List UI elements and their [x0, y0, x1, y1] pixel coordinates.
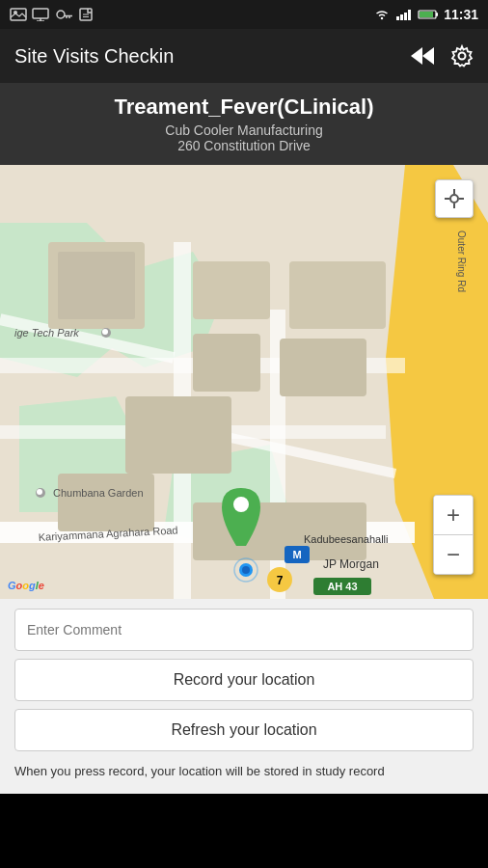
svg-rect-41 [280, 339, 366, 396]
status-time: 11:31 [444, 7, 478, 22]
svg-rect-39 [125, 396, 231, 474]
google-logo: Google [8, 580, 44, 591]
settings-button[interactable] [450, 44, 474, 68]
svg-rect-2 [33, 9, 48, 18]
svg-text:7: 7 [277, 574, 284, 587]
map-container[interactable]: AH 43 7 M ige Tech Park JP Morgan AH 43 … [0, 165, 488, 599]
svg-rect-42 [58, 474, 154, 531]
svg-point-5 [57, 11, 65, 18]
svg-marker-19 [411, 47, 422, 65]
hint-text: When you press record, your location wil… [14, 759, 474, 784]
svg-rect-17 [436, 13, 438, 16]
title-bar-actions [409, 44, 474, 68]
svg-point-69 [450, 195, 458, 203]
app-title: Site Visits Checkin [14, 45, 174, 68]
svg-rect-18 [420, 12, 433, 17]
zoom-in-button[interactable]: + [434, 496, 473, 534]
svg-rect-36 [58, 252, 135, 319]
battery-icon [418, 9, 439, 20]
site-company: Cub Cooler Manufacturing [10, 122, 478, 138]
map-svg: AH 43 7 M ige Tech Park JP Morgan AH 43 … [0, 165, 488, 599]
svg-point-58 [102, 329, 108, 335]
map-location-button[interactable] [435, 179, 474, 218]
bottom-controls: Record your location Refresh your locati… [0, 599, 488, 794]
svg-rect-38 [193, 334, 260, 392]
back-button[interactable] [409, 45, 436, 67]
monitor-icon [32, 8, 49, 21]
crosshair-icon [444, 188, 465, 209]
svg-text:Chumbana Garden: Chumbana Garden [53, 487, 144, 499]
gear-icon [450, 44, 474, 68]
site-info: Treament_Fever(CLinical) Cub Cooler Manu… [0, 83, 488, 165]
svg-point-65 [37, 489, 42, 495]
svg-point-52 [233, 497, 249, 512]
svg-text:M: M [292, 549, 301, 560]
svg-text:ige Tech Park: ige Tech Park [14, 327, 79, 339]
status-right: 11:31 [373, 7, 478, 22]
svg-text:AH 43: AH 43 [327, 581, 357, 592]
record-location-button[interactable]: Record your location [14, 659, 474, 701]
refresh-location-button[interactable]: Refresh your location [14, 709, 474, 751]
svg-text:Outer Ring Rd: Outer Ring Rd [456, 231, 467, 292]
svg-rect-13 [400, 14, 403, 20]
map-zoom-controls: + − [433, 495, 474, 575]
rewind-icon [409, 45, 436, 67]
site-address: 260 Constitution Drive [10, 138, 478, 153]
svg-rect-14 [404, 13, 407, 20]
key-icon [54, 8, 73, 21]
svg-rect-37 [193, 261, 270, 319]
svg-rect-12 [396, 16, 399, 20]
svg-marker-20 [422, 47, 434, 65]
svg-text:Kadubeesanahalli: Kadubeesanahalli [304, 533, 388, 545]
zoom-out-button[interactable]: − [434, 535, 473, 574]
svg-point-54 [242, 566, 250, 574]
status-icons [10, 8, 95, 21]
svg-point-21 [459, 53, 466, 60]
wifi-icon [373, 8, 391, 21]
comment-input[interactable] [14, 609, 474, 651]
title-bar: Site Visits Checkin [0, 29, 488, 83]
file-icon [78, 8, 95, 21]
site-name: Treament_Fever(CLinical) [10, 95, 478, 120]
svg-rect-15 [408, 10, 411, 20]
svg-rect-40 [289, 261, 386, 329]
svg-text:JP Morgan: JP Morgan [323, 557, 379, 571]
signal-icon [395, 8, 413, 21]
title-bar-left: Site Visits Checkin [14, 45, 174, 68]
image-icon [10, 8, 27, 21]
status-bar: 11:31 [0, 0, 488, 29]
svg-rect-43 [193, 502, 366, 560]
